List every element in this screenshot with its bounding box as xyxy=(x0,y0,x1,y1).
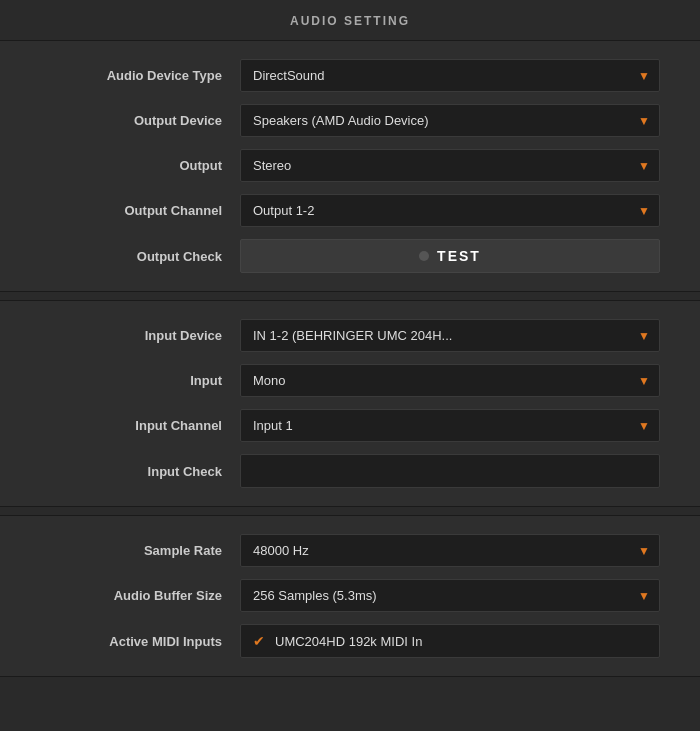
page-title: AUDIO SETTING xyxy=(0,0,700,40)
input-channel-select[interactable]: Input 1 xyxy=(240,409,660,442)
input-check-label: Input Check xyxy=(40,464,240,479)
input-channel-row: Input Channel Input 1 ▼ xyxy=(40,409,660,442)
active-midi-inputs-value: UMC204HD 192k MIDI In xyxy=(275,634,422,649)
active-midi-inputs-label: Active MIDI Inputs xyxy=(40,634,240,649)
output-device-row: Output Device Speakers (AMD Audio Device… xyxy=(40,104,660,137)
input-check-row: Input Check xyxy=(40,454,660,488)
sample-rate-label: Sample Rate xyxy=(40,543,240,558)
sample-rate-wrapper: 48000 Hz ▼ xyxy=(240,534,660,567)
output-section: Audio Device Type DirectSound ▼ Output D… xyxy=(0,40,700,292)
input-row: Input Mono ▼ xyxy=(40,364,660,397)
input-select[interactable]: Mono xyxy=(240,364,660,397)
settings-section: Sample Rate 48000 Hz ▼ Audio Buffer Size… xyxy=(0,515,700,677)
audio-buffer-size-row: Audio Buffer Size 256 Samples (5.3ms) ▼ xyxy=(40,579,660,612)
audio-device-type-wrapper: DirectSound ▼ xyxy=(240,59,660,92)
input-check-bar xyxy=(240,454,660,488)
input-wrapper: Mono ▼ xyxy=(240,364,660,397)
active-midi-inputs-checkbox[interactable]: ✔ UMC204HD 192k MIDI In xyxy=(240,624,660,658)
output-device-wrapper: Speakers (AMD Audio Device) ▼ xyxy=(240,104,660,137)
output-wrapper: Stereo ▼ xyxy=(240,149,660,182)
output-channel-select[interactable]: Output 1-2 xyxy=(240,194,660,227)
output-check-button[interactable]: TEST xyxy=(240,239,660,273)
output-check-wrapper: TEST xyxy=(240,239,660,273)
input-channel-label: Input Channel xyxy=(40,418,240,433)
active-midi-inputs-row: Active MIDI Inputs ✔ UMC204HD 192k MIDI … xyxy=(40,624,660,658)
checkbox-checked-icon: ✔ xyxy=(253,633,265,649)
audio-buffer-size-select[interactable]: 256 Samples (5.3ms) xyxy=(240,579,660,612)
input-device-label: Input Device xyxy=(40,328,240,343)
audio-device-type-row: Audio Device Type DirectSound ▼ xyxy=(40,59,660,92)
audio-buffer-size-wrapper: 256 Samples (5.3ms) ▼ xyxy=(240,579,660,612)
input-device-wrapper: IN 1-2 (BEHRINGER UMC 204H... ▼ xyxy=(240,319,660,352)
output-channel-row: Output Channel Output 1-2 ▼ xyxy=(40,194,660,227)
input-device-row: Input Device IN 1-2 (BEHRINGER UMC 204H.… xyxy=(40,319,660,352)
test-button-dot-icon xyxy=(419,251,429,261)
output-select[interactable]: Stereo xyxy=(240,149,660,182)
output-device-label: Output Device xyxy=(40,113,240,128)
input-section: Input Device IN 1-2 (BEHRINGER UMC 204H.… xyxy=(0,300,700,507)
input-device-select[interactable]: IN 1-2 (BEHRINGER UMC 204H... xyxy=(240,319,660,352)
audio-device-type-select[interactable]: DirectSound xyxy=(240,59,660,92)
sample-rate-row: Sample Rate 48000 Hz ▼ xyxy=(40,534,660,567)
output-label: Output xyxy=(40,158,240,173)
sample-rate-select[interactable]: 48000 Hz xyxy=(240,534,660,567)
input-label: Input xyxy=(40,373,240,388)
output-check-label: Output Check xyxy=(40,249,240,264)
test-button-label: TEST xyxy=(437,248,481,264)
audio-device-type-label: Audio Device Type xyxy=(40,68,240,83)
output-row: Output Stereo ▼ xyxy=(40,149,660,182)
output-check-row: Output Check TEST xyxy=(40,239,660,273)
output-channel-wrapper: Output 1-2 ▼ xyxy=(240,194,660,227)
audio-buffer-size-label: Audio Buffer Size xyxy=(40,588,240,603)
output-channel-label: Output Channel xyxy=(40,203,240,218)
output-device-select[interactable]: Speakers (AMD Audio Device) xyxy=(240,104,660,137)
input-channel-wrapper: Input 1 ▼ xyxy=(240,409,660,442)
